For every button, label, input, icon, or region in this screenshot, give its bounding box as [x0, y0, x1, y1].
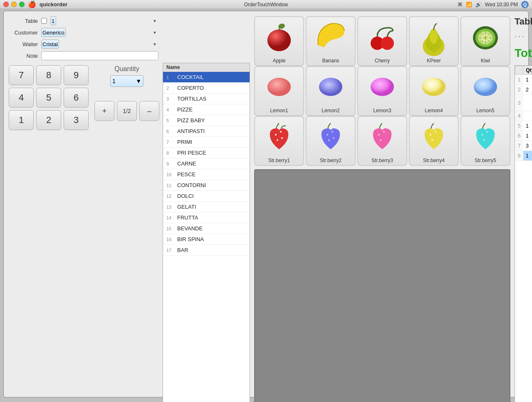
category-item-8[interactable]: 8PRI PESCE	[163, 148, 250, 158]
category-item-10[interactable]: 10PESCE	[163, 169, 250, 180]
food-item-str_berry1[interactable]: Str.berry1	[254, 116, 304, 166]
customer-select-arrow: ▼	[153, 30, 157, 35]
order-row-2[interactable]: 3 - Mozzarella 0	[515, 95, 532, 111]
food-item-str_berry4[interactable]: Str.berry4	[409, 116, 459, 166]
category-item-1[interactable]: 1COCKTAIL	[163, 72, 250, 83]
num-6-button[interactable]: 6	[64, 88, 89, 108]
svg-point-37	[431, 139, 433, 141]
num-2-button[interactable]: 2	[36, 110, 61, 130]
svg-point-21	[371, 78, 394, 96]
cat-label-15: BEVANDE	[177, 225, 203, 232]
order-row-0[interactable]: 1 1 Americana 5	[515, 75, 532, 85]
table-checkbox[interactable]	[41, 18, 47, 24]
customer-select[interactable]: Generico	[41, 28, 66, 37]
food-icon-lemon1	[262, 70, 296, 103]
food-item-banans[interactable]: Banans	[306, 16, 356, 66]
order-row-5[interactable]: 6 1 Str.berry2 1	[515, 131, 532, 141]
svg-point-40	[483, 139, 485, 141]
note-row-form: Note	[9, 51, 158, 60]
num-5-button[interactable]: 5	[36, 88, 61, 108]
food-label-strawberry1: Str.berry1	[268, 158, 290, 163]
num-1-button[interactable]: 1	[9, 110, 34, 130]
quantity-label: Quantity	[114, 65, 139, 73]
category-item-15[interactable]: 15BEVANDE	[163, 223, 250, 234]
category-item-6[interactable]: 6ANTIPASTI	[163, 126, 250, 137]
close-button[interactable]	[3, 2, 9, 7]
food-item-kpeer[interactable]: KPeer	[409, 16, 459, 66]
category-item-7[interactable]: 7PRIMI	[163, 137, 250, 148]
order-row-3[interactable]: 4 + Cotto 0.5	[515, 111, 532, 121]
food-item-str_berry5[interactable]: Str.berry5	[460, 116, 510, 166]
title-bar: 🍎 quickorder OrderTouchWindow ⌘ 📶 🔊 Wed …	[0, 0, 532, 9]
cat-label-11: CONTORNI	[177, 182, 206, 188]
num-3-button[interactable]: 3	[64, 110, 89, 130]
food-item-lemon5[interactable]: Lemon5	[460, 66, 510, 116]
category-item-11[interactable]: 11CONTORNI	[163, 180, 250, 191]
waiter-select-arrow: ▼	[153, 42, 157, 47]
quantity-display: 1 ▼	[110, 75, 144, 87]
category-item-12[interactable]: 12DOLCI	[163, 191, 250, 202]
cat-num-10: 10	[166, 172, 176, 177]
food-item-apple[interactable]: Apple	[254, 16, 304, 66]
category-panel: Name 1COCKTAIL2COPERTO3TORTILLAS4PIZZE5P…	[163, 63, 250, 402]
clock: Wed 10:30 PM	[485, 2, 518, 7]
half-button[interactable]: 1/2	[117, 101, 137, 121]
minus-button[interactable]: –	[139, 101, 159, 121]
svg-point-24	[275, 134, 277, 136]
quantity-dropdown-icon[interactable]: ▼	[136, 78, 141, 84]
row-qty-3	[523, 111, 532, 121]
category-item-5[interactable]: 5PIZZ BABY	[163, 115, 250, 126]
food-item-lemon3[interactable]: Lemon3	[357, 66, 407, 116]
order-row-1[interactable]: 2 2 Calzone 5	[515, 85, 532, 95]
order-row-7[interactable]: 8 1 kiwi1 1.5	[515, 151, 532, 161]
maximize-button[interactable]	[19, 2, 25, 7]
num-7-button[interactable]: 7	[9, 65, 34, 85]
cat-num-11: 11	[166, 183, 176, 188]
category-item-9[interactable]: 9CARNE	[163, 158, 250, 169]
minimize-button[interactable]	[11, 2, 17, 7]
waiter-select[interactable]: Cristal	[41, 39, 59, 49]
waiter-row-form: Waiter Cristal ▼	[9, 39, 158, 49]
row-qty-7: 1	[523, 151, 532, 161]
note-input[interactable]	[41, 51, 158, 60]
cat-num-1: 1	[166, 75, 176, 80]
order-body: 1 1 Americana 5 2 2 Calzone 5 3 - Mozzar…	[515, 75, 532, 161]
category-item-13[interactable]: 13GELATI	[163, 202, 250, 212]
food-label-lemon1: Lemon1	[270, 108, 288, 113]
cat-num-16: 16	[166, 237, 176, 242]
food-label-lemon5: Lemon5	[476, 108, 494, 113]
food-item-lemon2[interactable]: Lemon2	[306, 66, 356, 116]
food-item-cherry[interactable]: Cherry	[357, 16, 407, 66]
row-qty-4: 1	[523, 121, 532, 131]
num-4-button[interactable]: 4	[9, 88, 34, 108]
table-select[interactable]: 1	[50, 16, 56, 25]
food-item-str_berry3[interactable]: Str.berry3	[357, 116, 407, 166]
category-item-2[interactable]: 2COPERTO	[163, 83, 250, 94]
category-item-4[interactable]: 4PIZZE	[163, 104, 250, 115]
plus-button[interactable]: +	[94, 101, 114, 121]
svg-point-7	[430, 29, 438, 44]
num-9-button[interactable]: 9	[64, 65, 89, 85]
cat-label-13: GELATI	[177, 204, 196, 210]
row-num-1: 2	[515, 85, 523, 95]
order-row-6[interactable]: 7 3 Cherry 2	[515, 141, 532, 151]
category-item-14[interactable]: 14FRUTTA	[163, 212, 250, 223]
category-item-17[interactable]: 17BAR	[163, 245, 250, 256]
food-item-kiwi[interactable]: Kiwi	[460, 16, 510, 66]
food-item-str_berry2[interactable]: Str.berry2	[306, 116, 356, 166]
cat-label-7: PRIMI	[177, 139, 192, 145]
order-row-4[interactable]: 5 1 Biagio 8.5	[515, 121, 532, 131]
food-icon-strawberry3	[366, 120, 399, 155]
cat-label-10: PESCE	[177, 171, 195, 178]
svg-point-23	[474, 78, 497, 96]
num-8-button[interactable]: 8	[36, 65, 61, 85]
food-label-pear: KPeer	[427, 58, 440, 64]
food-item-lemon4[interactable]: Lemon4	[409, 66, 459, 116]
category-item-3[interactable]: 3TORTILLAS	[163, 94, 250, 104]
customer-row-form: Customer Generico ▼	[9, 28, 158, 37]
order-table: Qty Recipe Price 1 1 Americana 5 2 2 Cal…	[515, 65, 532, 402]
cat-label-4: PIZZE	[177, 106, 193, 113]
food-icon-strawberry2	[314, 120, 347, 155]
food-item-lemon1[interactable]: Lemon1	[254, 66, 304, 116]
category-item-16[interactable]: 16BIR SPINA	[163, 234, 250, 245]
